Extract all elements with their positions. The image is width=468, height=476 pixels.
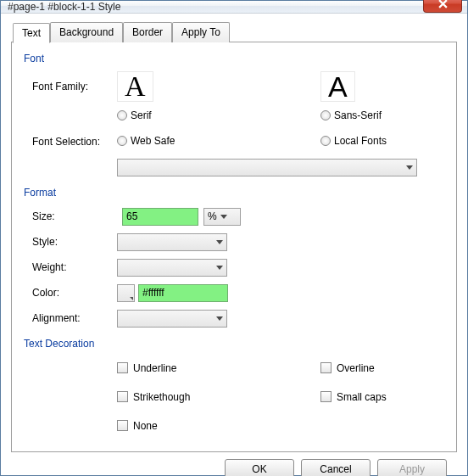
color-label: Color: <box>32 287 117 299</box>
color-swatch-button[interactable] <box>117 284 135 302</box>
font-selection-label: Font Selection: <box>32 136 117 148</box>
dropdown-triangle-icon <box>130 297 133 300</box>
radio-serif-label: Serif <box>131 109 152 121</box>
serif-sample-icon: A <box>117 71 153 102</box>
close-button[interactable] <box>423 0 462 13</box>
checkbox-icon <box>117 362 128 373</box>
color-input[interactable] <box>138 284 228 302</box>
content-area: Text Background Border Apply To Font Fon… <box>1 14 467 476</box>
radio-sans-serif[interactable]: Sans-Serif <box>320 109 382 121</box>
checkbox-none[interactable]: None <box>117 420 158 432</box>
tab-panel-text: Font Font Family: A A Serif Sans-Serif <box>11 42 457 452</box>
radio-local-label: Local Fonts <box>334 135 387 147</box>
checkbox-overline[interactable]: Overline <box>320 362 375 374</box>
sans-sample-icon: A <box>320 71 355 102</box>
radio-serif[interactable]: Serif <box>117 109 152 121</box>
checkbox-icon <box>320 362 332 373</box>
radio-icon <box>117 110 127 120</box>
radio-websafe-label: Web Safe <box>131 135 175 147</box>
cancel-button[interactable]: Cancel <box>301 459 370 476</box>
tab-background[interactable]: Background <box>50 22 123 42</box>
radio-icon <box>117 136 127 146</box>
chevron-down-icon <box>216 240 223 244</box>
style-label: Style: <box>32 236 117 248</box>
decoration-section-title: Text Decoration <box>24 338 444 350</box>
radio-web-safe[interactable]: Web Safe <box>117 135 175 147</box>
checkbox-icon <box>117 391 128 402</box>
alignment-combo[interactable] <box>117 310 227 328</box>
font-family-label: Font Family: <box>32 81 117 92</box>
font-section-title: Font <box>24 53 444 64</box>
ok-button[interactable]: OK <box>225 459 294 476</box>
checkbox-icon <box>320 391 332 402</box>
radio-icon <box>320 136 331 146</box>
size-unit-value: % <box>208 210 217 222</box>
format-section-title: Format <box>24 187 444 199</box>
dialog-footer: OK Cancel Apply <box>11 452 457 476</box>
tab-text[interactable]: Text <box>13 23 50 43</box>
tab-border[interactable]: Border <box>123 22 172 42</box>
size-input[interactable] <box>122 208 198 226</box>
radio-sans-label: Sans-Serif <box>334 109 382 121</box>
checkbox-strikethrough[interactable]: Strikethough <box>117 391 190 403</box>
checkbox-small-caps[interactable]: Small caps <box>320 391 387 403</box>
chevron-down-icon <box>406 165 413 170</box>
chevron-down-icon <box>220 215 227 219</box>
style-combo[interactable] <box>117 233 227 251</box>
style-dialog: #page-1 #block-1-1 Style Text Background… <box>0 0 468 476</box>
checkbox-underline[interactable]: Underline <box>117 362 176 374</box>
font-select-combo[interactable] <box>117 159 417 176</box>
tabstrip: Text Background Border Apply To <box>11 22 457 42</box>
radio-icon <box>320 110 331 120</box>
weight-combo[interactable] <box>117 259 227 277</box>
apply-button[interactable]: Apply <box>377 459 447 476</box>
chevron-down-icon <box>216 266 223 270</box>
radio-local-fonts[interactable]: Local Fonts <box>320 135 387 147</box>
window-title: #page-1 #block-1-1 Style <box>8 1 423 13</box>
checkbox-icon <box>117 420 128 431</box>
size-unit-combo[interactable]: % <box>203 208 241 226</box>
size-label: Size: <box>32 210 117 222</box>
weight-label: Weight: <box>32 261 117 273</box>
chevron-down-icon <box>216 316 223 321</box>
close-icon <box>438 0 448 8</box>
titlebar: #page-1 #block-1-1 Style <box>1 1 467 14</box>
alignment-label: Alignment: <box>32 312 117 324</box>
tab-apply-to[interactable]: Apply To <box>172 22 230 42</box>
